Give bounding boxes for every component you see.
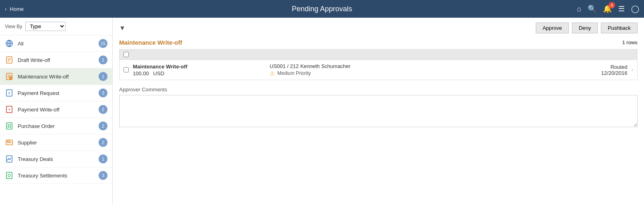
sidebar-supplier-label: Supplier bbox=[18, 140, 95, 146]
globe-icon bbox=[5, 39, 14, 48]
comments-textarea[interactable] bbox=[119, 95, 638, 127]
treasury-settlements-icon bbox=[5, 171, 14, 180]
row-content: Maintenance Write-off 100.00 USD US001 /… bbox=[133, 63, 633, 76]
select-all-checkbox[interactable] bbox=[124, 52, 129, 57]
comments-label: Approver Comments bbox=[119, 87, 638, 93]
row-status: Routed bbox=[579, 64, 627, 70]
svg-rect-22 bbox=[10, 126, 11, 128]
menu-icon[interactable]: ☰ bbox=[618, 4, 625, 13]
search-icon[interactable]: 🔍 bbox=[588, 4, 597, 13]
svg-rect-21 bbox=[8, 126, 9, 128]
sidebar-item-purchase-order[interactable]: Purchase Order 2 bbox=[0, 118, 112, 134]
row-org: US001 / 212 Kenneth Schumacher bbox=[270, 63, 579, 69]
row-amount-value: 100.00 bbox=[133, 70, 149, 76]
sidebar-supplier-badge: 2 bbox=[99, 138, 107, 147]
sidebar-payment-writeoff-label: Payment Write-off bbox=[18, 107, 95, 113]
maintenance-writeoff-icon: ✎ bbox=[5, 72, 14, 81]
sidebar-item-all[interactable]: All 15 bbox=[0, 35, 112, 52]
sidebar-item-treasury-settlements[interactable]: Treasury Settlements 3 bbox=[0, 167, 112, 184]
content-area: ▼ Approve Deny Pushback Maintenance Writ… bbox=[113, 18, 644, 204]
row-arrow-icon: › bbox=[632, 67, 633, 73]
sidebar-item-payment-writeoff[interactable]: ✕ Payment Write-off 2 bbox=[0, 101, 112, 118]
sidebar-item-payment-request[interactable]: $ Payment Request 3 bbox=[0, 85, 112, 101]
row-right: Routed 12/20/2016 bbox=[579, 64, 627, 76]
toolbar: ▼ Approve Deny Pushback bbox=[119, 23, 638, 33]
sidebar-treasury-deals-badge: 1 bbox=[99, 155, 107, 163]
sidebar-draft-writeoff-badge: 1 bbox=[99, 56, 107, 64]
purchase-order-icon bbox=[5, 122, 14, 130]
sidebar-draft-writeoff-label: Draft Write-off bbox=[18, 57, 95, 63]
section-title: Maintenance Write-off 1 rows bbox=[119, 39, 638, 46]
draft-writeoff-icon bbox=[5, 56, 14, 64]
main-layout: View By Type Date Priority All 15 Draft … bbox=[0, 18, 644, 204]
row-center: US001 / 212 Kenneth Schumacher ⚠ Medium … bbox=[270, 63, 579, 76]
row-date: 12/20/2016 bbox=[579, 70, 627, 76]
sidebar-payment-request-label: Payment Request bbox=[18, 90, 95, 96]
section-title-text: Maintenance Write-off bbox=[119, 39, 182, 46]
comments-section: Approver Comments bbox=[119, 87, 638, 128]
sidebar-purchase-order-label: Purchase Order bbox=[18, 123, 95, 129]
row-checkbox[interactable] bbox=[124, 67, 129, 72]
sidebar-payment-writeoff-badge: 2 bbox=[99, 105, 107, 114]
svg-rect-23 bbox=[6, 140, 12, 145]
sidebar-treasury-settlements-badge: 3 bbox=[99, 171, 107, 180]
notifications-icon[interactable]: 🔔 4 bbox=[603, 4, 612, 13]
sidebar-item-supplier[interactable]: Supplier 2 bbox=[0, 134, 112, 151]
filter-icon[interactable]: ▼ bbox=[119, 25, 126, 32]
sidebar-maintenance-writeoff-label: Maintenance Write-off bbox=[18, 74, 95, 80]
row-left: Maintenance Write-off 100.00 USD bbox=[133, 64, 270, 76]
svg-text:$: $ bbox=[8, 91, 10, 95]
warning-icon: ⚠ bbox=[270, 70, 275, 76]
sidebar-all-badge: 15 bbox=[99, 39, 107, 48]
header-actions: ⌂ 🔍 🔔 4 ☰ ◯ bbox=[577, 4, 639, 13]
svg-rect-27 bbox=[6, 172, 12, 179]
svg-text:✕: ✕ bbox=[8, 108, 11, 111]
table-row[interactable]: Maintenance Write-off 100.00 USD US001 /… bbox=[119, 60, 638, 80]
table-header bbox=[119, 49, 638, 60]
svg-text:✎: ✎ bbox=[10, 77, 12, 80]
home-icon[interactable]: ⌂ bbox=[577, 5, 581, 13]
row-amount: 100.00 USD bbox=[133, 70, 270, 76]
row-priority-text: Medium Priority bbox=[277, 70, 311, 76]
rows-count: 1 rows bbox=[622, 40, 638, 45]
supplier-icon bbox=[5, 138, 14, 147]
row-currency: USD bbox=[153, 70, 164, 76]
action-buttons: Approve Deny Pushback bbox=[534, 23, 638, 33]
payment-writeoff-icon: ✕ bbox=[5, 105, 14, 114]
treasury-deals-icon bbox=[5, 155, 14, 163]
sidebar-treasury-settlements-label: Treasury Settlements bbox=[18, 173, 95, 179]
svg-point-28 bbox=[8, 174, 10, 177]
row-priority: ⚠ Medium Priority bbox=[270, 70, 579, 76]
sidebar-item-draft-writeoff[interactable]: Draft Write-off 1 bbox=[0, 52, 112, 68]
home-label: Home bbox=[10, 6, 24, 12]
notification-badge: 4 bbox=[609, 2, 615, 8]
header: ‹ Home Pending Approvals ⌂ 🔍 🔔 4 ☰ ◯ bbox=[0, 0, 644, 18]
svg-rect-19 bbox=[8, 124, 9, 126]
deny-button[interactable]: Deny bbox=[572, 23, 598, 33]
view-by-label: View By bbox=[5, 24, 22, 29]
sidebar-purchase-order-badge: 2 bbox=[99, 122, 107, 130]
svg-rect-25 bbox=[7, 142, 11, 143]
sidebar-all-label: All bbox=[18, 41, 95, 47]
sidebar-item-maintenance-writeoff[interactable]: ✎ Maintenance Write-off 1 bbox=[0, 68, 112, 85]
payment-request-icon: $ bbox=[5, 89, 14, 97]
view-by-select[interactable]: Type Date Priority bbox=[25, 22, 66, 31]
view-by-container: View By Type Date Priority bbox=[0, 18, 112, 35]
approve-button[interactable]: Approve bbox=[536, 23, 569, 33]
back-button[interactable]: ‹ Home bbox=[5, 6, 24, 12]
sidebar-maintenance-writeoff-badge: 1 bbox=[99, 72, 107, 81]
svg-rect-20 bbox=[10, 124, 11, 126]
page-title: Pending Approvals bbox=[292, 5, 352, 13]
sidebar: View By Type Date Priority All 15 Draft … bbox=[0, 18, 113, 204]
profile-icon[interactable]: ◯ bbox=[631, 4, 639, 13]
back-arrow-icon: ‹ bbox=[5, 6, 6, 12]
sidebar-treasury-deals-label: Treasury Deals bbox=[18, 156, 95, 162]
row-item-name: Maintenance Write-off bbox=[133, 64, 270, 70]
svg-rect-18 bbox=[6, 123, 12, 129]
pushback-button[interactable]: Pushback bbox=[601, 23, 638, 33]
sidebar-item-treasury-deals[interactable]: Treasury Deals 1 bbox=[0, 151, 112, 167]
sidebar-payment-request-badge: 3 bbox=[99, 89, 107, 97]
